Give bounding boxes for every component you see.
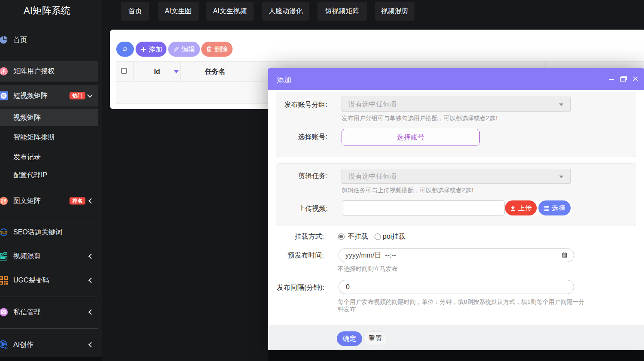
svg-text:AI: AI xyxy=(4,346,8,349)
svg-text:矩: 矩 xyxy=(2,94,5,98)
svg-text:SEO: SEO xyxy=(0,230,8,234)
